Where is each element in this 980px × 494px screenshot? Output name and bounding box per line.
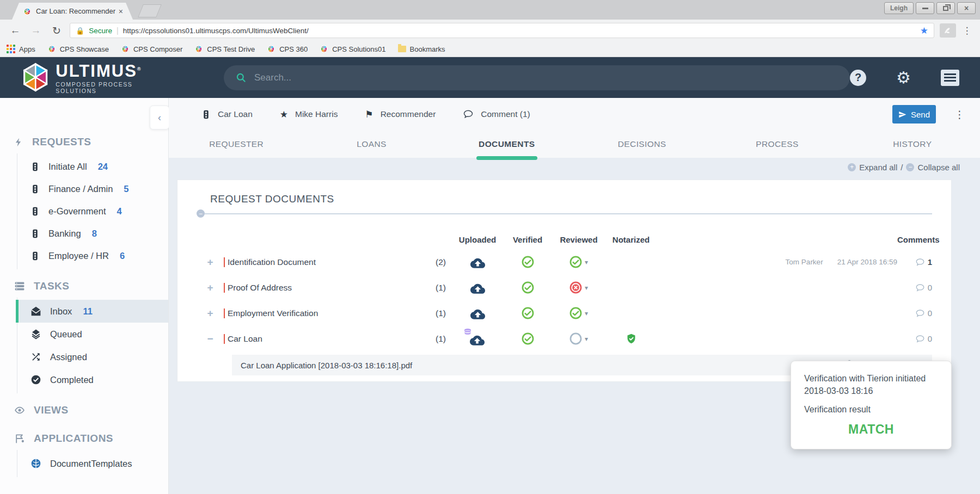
new-tab-button[interactable] [138, 4, 162, 17]
gear-icon[interactable]: ⚙ [896, 70, 911, 86]
comment-count[interactable]: 0 [928, 308, 932, 318]
sidebar-item-documenttemplates[interactable]: DocumentTemplates [17, 452, 168, 475]
search-input[interactable] [254, 72, 838, 83]
comment-count[interactable]: 1 [928, 257, 932, 267]
views-header[interactable]: VIEWS [0, 399, 168, 422]
tasks-header[interactable]: TASKS [0, 275, 168, 298]
verified-check-icon[interactable] [522, 281, 534, 294]
comment-count-icon[interactable] [915, 308, 925, 318]
hamburger-menu-icon[interactable] [941, 70, 959, 86]
reviewed-approved-icon[interactable] [569, 256, 582, 268]
tab-close-icon[interactable]: × [119, 7, 123, 16]
bookmark-item[interactable]: CPS Composer [121, 45, 182, 53]
reviewed-pending-icon[interactable] [569, 332, 582, 345]
tab-history[interactable]: HISTORY [845, 131, 980, 158]
tab-loans[interactable]: LOANS [304, 131, 439, 158]
chevron-down-icon[interactable]: ▾ [585, 310, 588, 317]
expand-all-icon[interactable]: + [848, 163, 856, 171]
browser-menu-icon[interactable]: ⋮ [961, 25, 972, 36]
sidebar-item-initiate-all[interactable]: Initiate All 24 [17, 156, 168, 178]
sidebar-item-completed[interactable]: Completed [17, 368, 168, 391]
tab-title: Car Loan: Recommender [36, 7, 115, 15]
comment-count[interactable]: 0 [928, 283, 932, 292]
forward-icon[interactable]: → [28, 24, 44, 36]
sidebar-item-finance-admin[interactable]: Finance / Admin 5 [17, 178, 168, 200]
send-button[interactable]: Send [892, 105, 936, 124]
header-actions: ? ⚙ [850, 70, 965, 86]
bookmark-star-icon[interactable]: ★ [920, 25, 928, 36]
verified-check-icon[interactable] [522, 256, 534, 268]
comment-count[interactable]: 0 [928, 334, 932, 343]
task-menu-icon[interactable]: ⋮ [954, 108, 965, 121]
doc-name[interactable]: Proof Of Address [228, 283, 292, 293]
acrobat-extension-icon[interactable] [940, 23, 956, 38]
verification-tooltip: Verification with Tierion initiated 2018… [791, 361, 952, 449]
comment-count-icon[interactable] [915, 257, 925, 267]
bookmark-item[interactable]: CPS 360 [267, 45, 308, 53]
chevron-down-icon[interactable]: ▾ [585, 284, 588, 292]
verified-check-icon[interactable] [522, 332, 534, 345]
tab-decisions[interactable]: DECISIONS [574, 131, 709, 158]
tab-process[interactable]: PROCESS [709, 131, 844, 158]
doc-count: (1) [420, 308, 452, 318]
browser-tab[interactable]: Car Loan: Recommender × [12, 3, 133, 20]
sidebar-item-assigned[interactable]: Assigned [17, 345, 168, 368]
upload-cloud-icon[interactable] [470, 307, 485, 319]
tab-label: DOCUMENTS [479, 139, 535, 149]
collapse-all-link[interactable]: Collapse all [917, 163, 960, 172]
sidebar-item-employee-hr[interactable]: Employee / HR 6 [17, 245, 168, 267]
expand-all-link[interactable]: Expand all [859, 163, 897, 172]
expand-row-icon[interactable]: + [197, 256, 224, 268]
comment-count-icon[interactable] [915, 283, 925, 293]
apps-shortcut[interactable]: Apps [7, 45, 35, 53]
restore-button[interactable] [936, 2, 955, 14]
doc-name[interactable]: Employment Verification [228, 308, 318, 318]
chevron-down-icon[interactable]: ▾ [585, 258, 588, 266]
bookmark-item[interactable]: CPS Showcase [47, 45, 109, 53]
upload-cloud-icon[interactable] [470, 256, 485, 268]
tab-requester[interactable]: REQUESTER [169, 131, 304, 158]
bookmark-item[interactable]: CPS Solutions01 [320, 45, 385, 53]
shuffle-icon [30, 351, 41, 362]
task-header: Car Loan ★ Mike Harris ⚑ Recommender Com… [169, 98, 980, 131]
tooltip-line1: Verification with Tierion initiated [804, 372, 938, 385]
collapse-row-icon[interactable]: − [197, 333, 224, 345]
url-text[interactable]: https://cpssolutions01.ultimuscps.com/Ul… [123, 27, 916, 35]
reviewed-rejected-icon[interactable] [569, 281, 582, 294]
expand-row-icon[interactable]: + [197, 282, 224, 294]
file-name[interactable]: Car Loan Application [2018-03-03 18:16:1… [241, 361, 412, 370]
bookmark-item[interactable]: CPS Test Drive [194, 45, 255, 53]
reviewed-approved-icon[interactable] [569, 307, 582, 319]
applications-header[interactable]: APPLICATIONS [0, 427, 168, 450]
sidebar-item-e-government[interactable]: e-Government 4 [17, 200, 168, 223]
sidebar-collapse-button[interactable]: ‹ [150, 106, 169, 129]
requests-header[interactable]: REQUESTS [0, 131, 168, 153]
task-comment[interactable]: Comment (1) [463, 109, 530, 120]
bookmarks-folder[interactable]: Bookmarks [398, 45, 445, 53]
chevron-down-icon[interactable]: ▾ [585, 335, 588, 343]
back-icon[interactable]: ← [8, 24, 23, 36]
collapse-all-icon[interactable]: − [906, 163, 914, 171]
notarized-shield-icon[interactable] [626, 332, 637, 345]
verified-check-icon[interactable] [522, 307, 534, 319]
sidebar-item-inbox[interactable]: Inbox 11 [17, 300, 168, 323]
profile-button[interactable]: Leigh [884, 2, 914, 14]
help-icon[interactable]: ? [850, 70, 866, 86]
comment-count-icon[interactable] [915, 334, 925, 344]
doc-name[interactable]: Identification Document [228, 257, 316, 267]
tab-documents[interactable]: DOCUMENTS [439, 131, 574, 158]
applications-label: APPLICATIONS [34, 433, 113, 444]
expand-row-icon[interactable]: + [197, 307, 224, 319]
upload-cloud-icon[interactable] [470, 281, 485, 294]
doc-name[interactable]: Car Loan [228, 334, 262, 344]
sidebar-item-banking[interactable]: Banking 8 [17, 223, 168, 245]
collapse-section-icon[interactable]: − [197, 209, 205, 218]
global-search[interactable] [224, 65, 850, 90]
address-bar[interactable]: 🔒 Secure | https://cpssolutions01.ultimu… [70, 23, 934, 38]
browser-toolbar: ← → ↻ 🔒 Secure | https://cpssolutions01.… [0, 20, 980, 41]
reload-icon[interactable]: ↻ [49, 24, 64, 37]
minimize-button[interactable] [916, 2, 934, 14]
upload-cloud-icon[interactable] [470, 333, 485, 345]
sidebar-item-queued[interactable]: Queued [17, 323, 168, 345]
close-button[interactable]: × [957, 2, 976, 14]
